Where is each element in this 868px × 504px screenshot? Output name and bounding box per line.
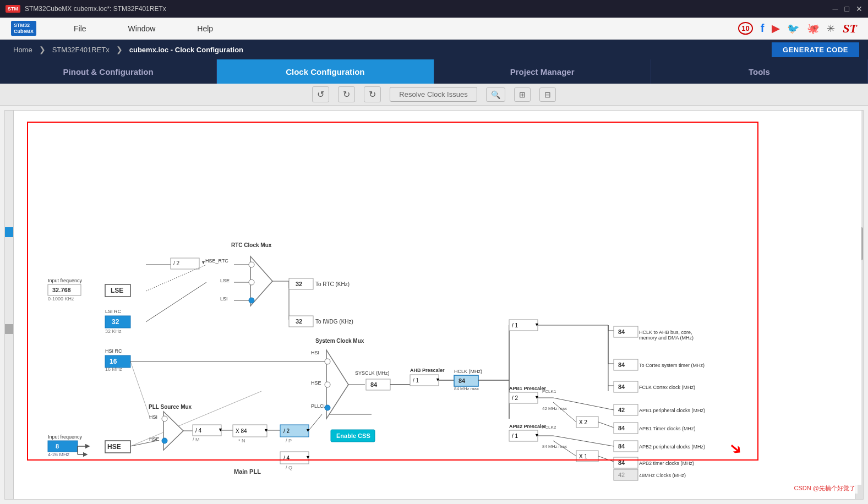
svg-text:SYSCLK (MHz): SYSCLK (MHz) xyxy=(355,370,390,376)
rtc-mux-label: RTC Clock Mux xyxy=(231,242,272,248)
svg-text:42: 42 xyxy=(618,472,625,478)
youtube-icon[interactable]: ▶ xyxy=(772,23,779,35)
zoom-in-button[interactable]: 🔍 xyxy=(486,87,505,102)
maximize-btn[interactable]: □ xyxy=(845,4,849,13)
facebook-icon[interactable]: f xyxy=(761,22,765,35)
svg-text:HSE: HSE xyxy=(311,380,321,386)
svg-text:To Cortex system timer (MHz): To Cortex system timer (MHz) xyxy=(639,363,705,368)
svg-text:▼: ▼ xyxy=(305,428,310,433)
svg-text:X 2: X 2 xyxy=(579,419,587,425)
svg-text:84: 84 xyxy=(618,425,625,431)
menu-help[interactable]: Help xyxy=(193,22,217,35)
logo-box: STM32CubeMX xyxy=(11,21,36,36)
lsi-label: LSI RC xyxy=(105,309,122,314)
zoom-out-button[interactable]: ⊟ xyxy=(539,87,556,102)
svg-text:32: 32 xyxy=(296,318,302,325)
svg-text:memory and DMA (MHz): memory and DMA (MHz) xyxy=(639,335,694,341)
title-controls[interactable]: ─ □ ✕ xyxy=(833,4,862,13)
bc-chip[interactable]: STM32F401RETx xyxy=(48,43,114,56)
sidebar-marker xyxy=(5,227,13,237)
svg-text:84: 84 xyxy=(618,459,625,466)
app-logo: STM32CubeMX xyxy=(11,21,36,36)
menu-items: File Window Help xyxy=(69,22,217,35)
hse-range: 4-26 MHz xyxy=(48,452,70,457)
generate-code-button[interactable]: GENERATE CODE xyxy=(772,42,859,57)
main-pll-label: Main PLL xyxy=(234,468,261,475)
lse-input-val: 32.768 xyxy=(52,287,71,293)
bc-home[interactable]: Home xyxy=(9,43,37,56)
github-icon[interactable]: 🐙 xyxy=(807,23,819,35)
svg-point-44 xyxy=(325,405,330,410)
svg-text:/ 1: / 1 xyxy=(413,377,419,384)
breadcrumb: Home ❯ STM32F401RETx ❯ cubemx.ioc - Cloc… xyxy=(0,40,868,59)
fit-button[interactable]: ⊞ xyxy=(514,87,531,102)
tab-project[interactable]: Project Manager xyxy=(434,59,651,84)
svg-text:▼: ▼ xyxy=(435,377,440,382)
clock-diagram: Input frequency 32.768 0-1000 KHz LSE LS… xyxy=(14,111,861,485)
title-left: STM STM32CubeMX cubemx.ioc*: STM32F401RE… xyxy=(6,5,166,13)
tab-clock[interactable]: Clock Configuration xyxy=(217,59,434,84)
refresh-button[interactable]: ↻ xyxy=(364,86,381,102)
input-freq2-label: Input frequency xyxy=(48,434,83,440)
lse-range: 0-1000 KHz xyxy=(48,296,74,302)
svg-text:AHB Prescaler: AHB Prescaler xyxy=(410,368,445,373)
redo-button[interactable]: ↻ xyxy=(338,86,355,102)
svg-text:/ M: / M xyxy=(193,437,200,442)
sys-mux-label: System Clock Mux xyxy=(315,338,364,344)
svg-text:42: 42 xyxy=(618,407,625,413)
pll-src-mux-label: PLL Source Mux xyxy=(149,404,192,410)
hse-box: HSE xyxy=(107,443,121,451)
minimize-btn[interactable]: ─ xyxy=(833,4,838,13)
svg-text:84 MHz max: 84 MHz max xyxy=(454,386,479,391)
svg-text:/ 4: / 4 xyxy=(283,455,290,461)
svg-text:84 MHz max: 84 MHz max xyxy=(542,444,567,449)
social-icons: 10 f ▶ 🐦 🐙 ✳ ST xyxy=(738,21,857,36)
svg-text:84: 84 xyxy=(458,377,466,384)
svg-text:LSE: LSE xyxy=(220,278,230,283)
svg-text:▼: ▼ xyxy=(534,395,539,400)
svg-text:/ 2: / 2 xyxy=(173,260,180,266)
network-icon[interactable]: ✳ xyxy=(827,23,835,35)
bc-page[interactable]: cubemx.ioc - Clock Configuration xyxy=(125,43,248,56)
svg-text:APB1 Timer clocks (MHz): APB1 Timer clocks (MHz) xyxy=(639,426,696,431)
anniversary-icon: 10 xyxy=(738,22,752,35)
svg-point-43 xyxy=(325,382,330,387)
svg-text:APB2 timer clocks (MHz): APB2 timer clocks (MHz) xyxy=(639,461,694,466)
svg-text:/ 4: / 4 xyxy=(195,428,202,434)
svg-point-124 xyxy=(162,438,167,443)
tab-pinout[interactable]: Pinout & Configuration xyxy=(0,59,217,84)
toolbar: ↺ ↻ ↻ Resolve Clock Issues 🔍 ⊞ ⊟ xyxy=(0,84,868,106)
twitter-icon[interactable]: 🐦 xyxy=(787,23,799,35)
menu-window[interactable]: Window xyxy=(124,22,160,35)
svg-text:▼: ▼ xyxy=(218,427,223,432)
title-bar: STM STM32CubeMX cubemx.ioc*: STM32F401RE… xyxy=(0,0,868,18)
svg-text:HSI: HSI xyxy=(149,414,157,420)
svg-text:/ P: / P xyxy=(286,438,292,443)
resolve-clock-button[interactable]: Resolve Clock Issues xyxy=(390,87,477,102)
tab-tools[interactable]: Tools xyxy=(651,59,868,84)
menu-bar: STM32CubeMX File Window Help 10 f ▶ 🐦 🐙 … xyxy=(0,18,868,40)
svg-text:84: 84 xyxy=(618,384,625,390)
undo-button[interactable]: ↺ xyxy=(312,86,329,102)
svg-text:84: 84 xyxy=(618,443,625,450)
svg-rect-47 xyxy=(366,379,390,390)
svg-rect-7 xyxy=(48,441,78,452)
svg-text:FCLK Cortex clock (MHz): FCLK Cortex clock (MHz) xyxy=(639,385,695,390)
svg-text:X 1: X 1 xyxy=(579,453,587,459)
svg-text:To IWDG (KHz): To IWDG (KHz) xyxy=(315,319,353,325)
svg-rect-5 xyxy=(105,355,130,368)
svg-point-24 xyxy=(249,280,254,285)
menu-file[interactable]: File xyxy=(69,22,91,35)
svg-text:APB2 Prescaler: APB2 Prescaler xyxy=(509,424,547,429)
svg-text:16 MHz: 16 MHz xyxy=(105,366,123,372)
window-title: STM32CubeMX cubemx.ioc*: STM32F401RETx xyxy=(25,5,166,13)
svg-text:PCLK1: PCLK1 xyxy=(542,389,556,394)
hse-rtc-label: HSE_RTC xyxy=(205,258,228,264)
svg-rect-70 xyxy=(614,326,638,337)
svg-text:▼: ▼ xyxy=(534,432,539,438)
close-btn[interactable]: ✕ xyxy=(856,4,862,13)
svg-text:▼: ▼ xyxy=(305,454,310,460)
svg-text:▼: ▼ xyxy=(534,322,539,327)
lsi-box: 32 xyxy=(112,318,119,326)
svg-point-23 xyxy=(249,262,254,267)
